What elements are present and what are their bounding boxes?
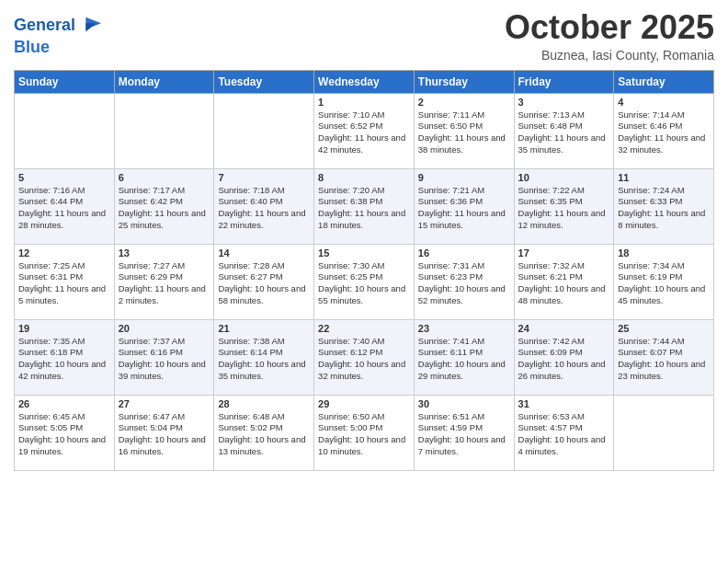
calendar-cell: 13Sunrise: 7:27 AM Sunset: 6:29 PM Dayli… [114,244,214,319]
day-number: 9 [418,172,510,183]
calendar-cell: 1Sunrise: 7:10 AM Sunset: 6:52 PM Daylig… [314,93,415,168]
day-number: 15 [318,247,410,259]
day-number: 29 [318,398,410,409]
day-info: Sunrise: 6:50 AM Sunset: 5:00 PM Dayligh… [318,411,410,458]
calendar-cell: 16Sunrise: 7:31 AM Sunset: 6:23 PM Dayli… [414,244,514,319]
day-number: 11 [618,172,710,183]
day-info: Sunrise: 7:16 AM Sunset: 6:44 PM Dayligh… [18,185,110,232]
calendar-cell: 30Sunrise: 6:51 AM Sunset: 4:59 PM Dayli… [414,395,514,470]
day-number: 8 [318,172,410,183]
calendar-cell: 20Sunrise: 7:37 AM Sunset: 6:16 PM Dayli… [114,319,214,395]
calendar-cell [214,93,314,168]
day-info: Sunrise: 6:45 AM Sunset: 5:05 PM Dayligh… [18,411,110,458]
day-info: Sunrise: 7:31 AM Sunset: 6:23 PM Dayligh… [418,260,510,307]
day-number: 2 [418,97,510,108]
calendar-page: General Blue October 2025 Buznea, Iasi C… [0,0,728,563]
day-number: 18 [618,247,710,259]
day-number: 24 [518,323,610,334]
calendar-cell: 18Sunrise: 7:34 AM Sunset: 6:19 PM Dayli… [614,244,714,319]
weekday-header-thursday: Thursday [414,70,514,93]
calendar-cell: 5Sunrise: 7:16 AM Sunset: 6:44 PM Daylig… [15,168,115,244]
calendar-cell: 6Sunrise: 7:17 AM Sunset: 6:42 PM Daylig… [114,168,214,244]
calendar-cell [114,93,214,168]
calendar-cell: 19Sunrise: 7:35 AM Sunset: 6:18 PM Dayli… [15,319,115,395]
day-number: 5 [18,172,110,183]
calendar-cell: 17Sunrise: 7:32 AM Sunset: 6:21 PM Dayli… [514,244,614,319]
calendar-cell: 11Sunrise: 7:24 AM Sunset: 6:33 PM Dayli… [614,168,714,244]
logo: General Blue [14,13,103,57]
day-info: Sunrise: 7:22 AM Sunset: 6:35 PM Dayligh… [518,185,610,232]
month-title: October 2025 [505,9,714,46]
calendar-cell: 8Sunrise: 7:20 AM Sunset: 6:38 PM Daylig… [314,168,415,244]
title-block: October 2025 Buznea, Iasi County, Romani… [505,9,714,63]
weekday-header-wednesday: Wednesday [314,70,415,93]
day-number: 3 [518,97,610,108]
day-info: Sunrise: 7:28 AM Sunset: 6:27 PM Dayligh… [218,260,310,307]
calendar-cell: 21Sunrise: 7:38 AM Sunset: 6:14 PM Dayli… [214,319,314,395]
day-info: Sunrise: 7:14 AM Sunset: 6:46 PM Dayligh… [618,109,710,156]
calendar-cell: 9Sunrise: 7:21 AM Sunset: 6:36 PM Daylig… [414,168,514,244]
weekday-header-tuesday: Tuesday [214,70,314,93]
day-number: 4 [618,97,710,108]
calendar-cell: 10Sunrise: 7:22 AM Sunset: 6:35 PM Dayli… [514,168,614,244]
day-number: 23 [418,323,510,334]
day-info: Sunrise: 7:30 AM Sunset: 6:25 PM Dayligh… [318,260,410,307]
day-info: Sunrise: 7:10 AM Sunset: 6:52 PM Dayligh… [318,109,410,156]
weekday-header-saturday: Saturday [614,70,714,93]
day-number: 21 [218,323,310,334]
logo-text: General [14,17,75,35]
day-info: Sunrise: 6:51 AM Sunset: 4:59 PM Dayligh… [418,411,510,458]
weekday-header-friday: Friday [514,70,614,93]
day-number: 26 [18,398,110,409]
day-info: Sunrise: 7:44 AM Sunset: 6:07 PM Dayligh… [618,336,710,383]
logo-blue: Blue [14,39,103,57]
day-number: 28 [218,398,310,409]
day-number: 20 [119,323,210,334]
calendar-cell: 22Sunrise: 7:40 AM Sunset: 6:12 PM Dayli… [314,319,415,395]
day-number: 27 [119,398,210,409]
day-info: Sunrise: 7:40 AM Sunset: 6:12 PM Dayligh… [318,336,410,383]
calendar-cell [15,93,115,168]
calendar-cell: 29Sunrise: 6:50 AM Sunset: 5:00 PM Dayli… [314,395,415,470]
day-info: Sunrise: 6:47 AM Sunset: 5:04 PM Dayligh… [119,411,210,458]
day-number: 7 [218,172,310,183]
calendar-cell: 31Sunrise: 6:53 AM Sunset: 4:57 PM Dayli… [514,395,614,470]
calendar-cell: 28Sunrise: 6:48 AM Sunset: 5:02 PM Dayli… [214,395,314,470]
weekday-header-row: SundayMondayTuesdayWednesdayThursdayFrid… [15,70,714,93]
day-info: Sunrise: 7:24 AM Sunset: 6:33 PM Dayligh… [618,185,710,232]
day-info: Sunrise: 7:17 AM Sunset: 6:42 PM Dayligh… [119,185,210,232]
svg-marker-1 [85,23,96,31]
day-number: 22 [318,323,410,334]
logo-icon [77,13,103,39]
week-row-3: 12Sunrise: 7:25 AM Sunset: 6:31 PM Dayli… [15,244,714,319]
day-number: 17 [518,247,610,259]
day-info: Sunrise: 7:32 AM Sunset: 6:21 PM Dayligh… [518,260,610,307]
day-info: Sunrise: 6:53 AM Sunset: 4:57 PM Dayligh… [518,411,610,458]
day-number: 13 [119,247,210,259]
week-row-4: 19Sunrise: 7:35 AM Sunset: 6:18 PM Dayli… [15,319,714,395]
calendar-cell: 25Sunrise: 7:44 AM Sunset: 6:07 PM Dayli… [614,319,714,395]
day-number: 31 [518,398,610,409]
day-info: Sunrise: 7:25 AM Sunset: 6:31 PM Dayligh… [18,260,110,307]
day-info: Sunrise: 7:37 AM Sunset: 6:16 PM Dayligh… [119,336,210,383]
calendar-cell: 12Sunrise: 7:25 AM Sunset: 6:31 PM Dayli… [15,244,115,319]
day-info: Sunrise: 7:11 AM Sunset: 6:50 PM Dayligh… [418,109,510,156]
day-info: Sunrise: 7:27 AM Sunset: 6:29 PM Dayligh… [119,260,210,307]
calendar-cell: 7Sunrise: 7:18 AM Sunset: 6:40 PM Daylig… [214,168,314,244]
calendar-cell: 24Sunrise: 7:42 AM Sunset: 6:09 PM Dayli… [514,319,614,395]
day-info: Sunrise: 7:20 AM Sunset: 6:38 PM Dayligh… [318,185,410,232]
day-info: Sunrise: 7:34 AM Sunset: 6:19 PM Dayligh… [618,260,710,307]
calendar-cell: 2Sunrise: 7:11 AM Sunset: 6:50 PM Daylig… [414,93,514,168]
day-info: Sunrise: 7:38 AM Sunset: 6:14 PM Dayligh… [218,336,310,383]
week-row-2: 5Sunrise: 7:16 AM Sunset: 6:44 PM Daylig… [15,168,714,244]
calendar-cell [614,395,714,470]
calendar-cell: 3Sunrise: 7:13 AM Sunset: 6:48 PM Daylig… [514,93,614,168]
day-info: Sunrise: 7:18 AM Sunset: 6:40 PM Dayligh… [218,185,310,232]
weekday-header-monday: Monday [114,70,214,93]
day-number: 12 [18,247,110,259]
calendar-cell: 14Sunrise: 7:28 AM Sunset: 6:27 PM Dayli… [214,244,314,319]
day-number: 10 [518,172,610,183]
day-number: 19 [18,323,110,334]
day-number: 6 [119,172,210,183]
day-number: 1 [318,97,410,108]
